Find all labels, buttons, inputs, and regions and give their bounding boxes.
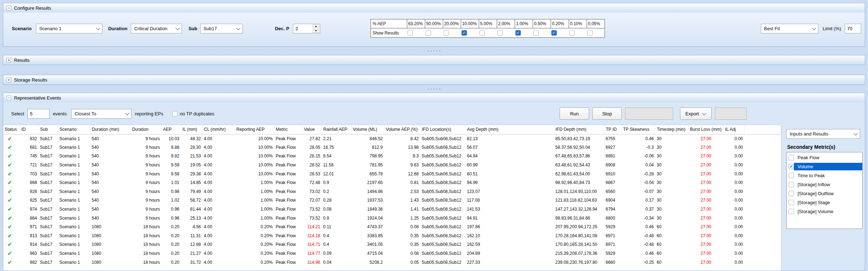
metric-item-volume[interactable]: ✓Volume <box>787 162 862 171</box>
checkbox-icon[interactable] <box>444 30 449 36</box>
column-header-volume_aep[interactable]: Volume AEP (%) <box>384 125 420 134</box>
checkbox-icon[interactable] <box>789 173 794 178</box>
best-fit-select[interactable]: Best Fit <box>761 24 818 33</box>
storage-results-header[interactable]: + Storage Results <box>3 75 865 84</box>
cell-duration: 18 hours <box>130 222 161 231</box>
column-header-ifd_depth[interactable]: IFD Depth (mm) <box>554 125 604 134</box>
column-header-il[interactable]: IL (mm) <box>181 125 202 134</box>
column-header-il_adj[interactable]: IL Adj <box>724 125 744 134</box>
decimal-places-stepper[interactable] <box>293 24 320 33</box>
checkbox-icon[interactable] <box>789 209 794 214</box>
checkbox-icon[interactable] <box>789 191 794 196</box>
checkbox-icon[interactable] <box>569 30 575 36</box>
column-header-rainfall_aep[interactable]: Rainfall AEP <box>322 125 351 134</box>
checkbox-icon[interactable]: ✓ <box>515 30 521 36</box>
cell-metric: Peak Flow <box>274 231 302 240</box>
checkbox-icon[interactable] <box>497 30 503 36</box>
checkbox-icon[interactable] <box>587 30 593 36</box>
column-header-avg_depth[interactable]: Avg Depth (mm) <box>465 125 554 134</box>
splitter-handle[interactable] <box>3 49 865 53</box>
column-header-timestep[interactable]: Timestep (min) <box>655 125 688 134</box>
checkbox-icon[interactable]: ✓ <box>551 30 557 36</box>
select-count-input[interactable] <box>27 109 50 119</box>
table-row[interactable]: ✔703Sub17Scenario 15409 hours9.5829.384.… <box>3 169 781 178</box>
column-header-volume_ml[interactable]: Volume (ML) <box>351 125 384 134</box>
column-header-cl[interactable]: CL (mm/hr) <box>202 125 235 134</box>
expand-icon[interactable]: + <box>6 78 11 82</box>
table-row[interactable]: ✔971Sub17Scenario 1108018 hours0.204.564… <box>3 222 781 231</box>
column-header-duration[interactable]: Duration <box>130 125 161 134</box>
metric-item-storage-volume[interactable]: [Storage] Volume <box>787 207 862 216</box>
table-row[interactable]: ✔832Sub17Scenario 15409 hours10.0348.324… <box>3 134 781 143</box>
no-tp-duplicates-option[interactable]: no TP duplicates <box>172 111 214 116</box>
view-mode-select[interactable]: Inputs and Results <box>786 129 860 139</box>
collapse-icon[interactable]: − <box>6 96 11 100</box>
column-header-status[interactable]: Status <box>3 125 20 134</box>
decimal-places-input[interactable] <box>293 24 312 33</box>
column-header-scenario[interactable]: Scenario <box>58 125 90 134</box>
column-header-tp_skewness[interactable]: TP Skewness <box>621 125 655 134</box>
limit-input[interactable] <box>845 24 861 33</box>
cell-rainfall_aep: 11.58 <box>322 161 351 170</box>
expand-icon[interactable]: + <box>6 58 11 63</box>
checkbox-icon[interactable] <box>789 182 794 187</box>
stop-button[interactable]: Stop <box>592 107 622 120</box>
metric-item-time-to-peak[interactable]: Time to Peak <box>787 171 862 180</box>
sub-select[interactable]: Sub17 <box>200 24 243 33</box>
cell-duration: 9 hours <box>130 196 161 205</box>
closest-to-select[interactable]: Closest To <box>71 109 132 119</box>
checkbox-icon[interactable] <box>789 200 794 205</box>
column-header-aep[interactable]: AEP <box>161 125 181 134</box>
table-row[interactable]: ✔868Sub17Scenario 15409 hours1.0114.854.… <box>3 178 781 187</box>
metric-item-storage-outflow[interactable]: [Storage] Outflow <box>787 189 862 198</box>
cell-volume_aep: 0.81 <box>384 178 420 187</box>
column-header-ifd_locations[interactable]: IFD Location(s) <box>420 125 465 134</box>
splitter-handle[interactable] <box>3 87 865 91</box>
column-header-metric[interactable]: Metric <box>274 125 302 134</box>
representative-events-header[interactable]: − Representative Events <box>3 93 865 102</box>
table-row[interactable]: ✔963Sub17Scenario 1108018 hours0.2021.27… <box>3 249 781 258</box>
cell-ifd_locations: Sub05,Sub08,Sub12 <box>420 205 465 214</box>
column-header-burst_loss[interactable]: Burst Loss (mm) <box>688 125 724 134</box>
table-row[interactable]: ✔914Sub17Scenario 1108018 hours0.2012.88… <box>3 240 781 249</box>
checkbox-icon[interactable]: ✓ <box>789 164 794 169</box>
table-row[interactable]: ✔913Sub17Scenario 1108018 hours0.2011.31… <box>3 231 781 240</box>
checkbox-icon[interactable] <box>426 30 431 36</box>
column-header-id[interactable]: ID <box>20 125 38 134</box>
metric-item-storage-inflow[interactable]: [Storage] Inflow <box>787 180 862 189</box>
checkbox-icon[interactable]: ✓ <box>461 30 467 36</box>
column-header-duration_min[interactable]: Duration (min) <box>90 125 130 134</box>
column-header-tp_id[interactable]: TP ID <box>604 125 621 134</box>
splitter-handle[interactable] <box>3 68 865 72</box>
spinner-down-icon[interactable] <box>313 29 319 33</box>
cell-timestep: 30 <box>655 187 688 196</box>
checkbox-icon[interactable] <box>789 155 794 160</box>
table-row[interactable]: ✔982Sub17Scenario 1108018 hours0.2031.72… <box>3 258 781 267</box>
table-row[interactable]: ✔745Sub17Scenario 15409 hours9.8221.534.… <box>3 152 781 161</box>
table-row[interactable]: ✔925Sub17Scenario 15409 hours1.0258.724.… <box>3 196 781 205</box>
collapse-icon[interactable]: − <box>6 6 11 10</box>
scenario-select[interactable]: Scenario 1 <box>36 24 102 33</box>
duration-select[interactable]: Critical Duration <box>131 24 182 33</box>
checkbox-icon[interactable] <box>479 30 485 36</box>
export-button[interactable]: Export <box>680 107 712 120</box>
table-row[interactable]: ✔721Sub17Scenario 15409 hours9.5919.054.… <box>3 161 781 170</box>
table-row[interactable]: ✔928Sub17Scenario 15409 hours0.9879.494.… <box>3 187 781 196</box>
results-header[interactable]: + Results <box>3 55 865 65</box>
cell-aep: 0.20 <box>161 222 181 231</box>
metric-item-peak-flow[interactable]: Peak Flow <box>787 153 862 162</box>
metric-item-storage-stage[interactable]: [Storage] Stage <box>787 198 862 207</box>
configure-results-header[interactable]: − Configure Results <box>3 3 865 13</box>
configure-results-panel: − Configure Results Scenario Scenario 1 … <box>3 3 865 47</box>
checkbox-icon[interactable] <box>172 111 178 116</box>
table-row[interactable]: ✔864Sub17Scenario 15409 hours0.9625.134.… <box>3 213 781 222</box>
checkbox-icon[interactable] <box>408 30 413 36</box>
column-header-value[interactable]: Value <box>302 125 322 134</box>
run-button[interactable]: Run <box>560 107 589 120</box>
column-header-sub[interactable]: Sub <box>38 125 58 134</box>
table-row[interactable]: ✔681Sub17Scenario 15409 hours9.8828.304.… <box>3 143 781 152</box>
table-row[interactable]: ✔974Sub17Scenario 15409 hours0.9681.444.… <box>3 205 781 214</box>
spinner-up-icon[interactable] <box>313 24 319 28</box>
checkbox-icon[interactable] <box>533 30 539 36</box>
column-header-reporting_aep[interactable]: Reporting AEP <box>235 125 274 134</box>
